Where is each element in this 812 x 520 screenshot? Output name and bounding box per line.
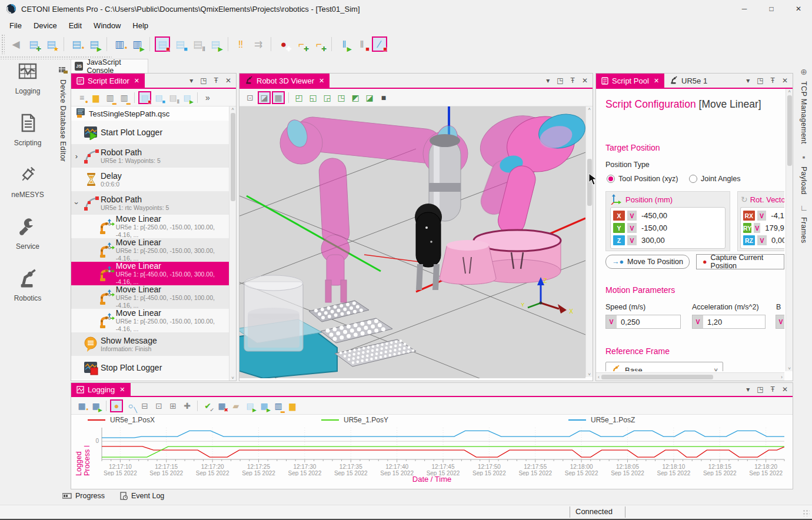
- tab-logging[interactable]: Logging✕: [71, 383, 131, 396]
- chevron-icon[interactable]: ›: [72, 198, 81, 208]
- variable-button[interactable]: V: [627, 235, 637, 245]
- viewer3d-scrollbar[interactable]: ˄˅: [585, 106, 593, 377]
- panel-menu-icon[interactable]: ▾: [746, 385, 750, 394]
- axis-row-y[interactable]: YV-150,00: [613, 222, 723, 234]
- disconnect-icon[interactable]: ◀: [8, 36, 24, 52]
- menu-item-help[interactable]: Help: [127, 19, 154, 32]
- radio-joint-angles[interactable]: Joint Angles: [689, 175, 740, 183]
- pause-script-icon[interactable]: ▤‖: [190, 36, 205, 52]
- blend-field[interactable]: V: [776, 315, 784, 329]
- view-left-icon[interactable]: ◲: [321, 91, 334, 104]
- stop-icon[interactable]: ▤■: [138, 91, 151, 104]
- variable-button[interactable]: V: [627, 211, 637, 221]
- view-back-icon[interactable]: ◱: [307, 91, 320, 104]
- zoom-icon[interactable]: ○╲: [124, 399, 137, 412]
- panel-menu-icon[interactable]: ▾: [546, 76, 550, 85]
- menu-item-device[interactable]: Device: [28, 19, 63, 32]
- export-icon[interactable]: ▤▶: [244, 399, 257, 412]
- pin-icon[interactable]: Ŧ: [771, 385, 775, 394]
- log-chart[interactable]: 012:17:10Sep 15 202212:17:15Sep 15 20221…: [89, 425, 789, 476]
- close-icon[interactable]: ✕: [782, 76, 788, 85]
- sidebar-item-nemesys[interactable]: neMESYS: [0, 165, 55, 199]
- menu-item-file[interactable]: File: [4, 19, 28, 32]
- close-icon[interactable]: ✕: [782, 385, 788, 394]
- sidebar-item-scripting[interactable]: Scripting: [0, 113, 55, 147]
- tab-script-pool[interactable]: Script Pool✕: [596, 74, 664, 88]
- favorites-icon[interactable]: ▤★: [44, 36, 59, 52]
- run-icon[interactable]: ▤▶: [181, 91, 194, 104]
- side-tab-tcp-management[interactable]: ⊕TCP Management: [800, 59, 808, 144]
- float-icon[interactable]: ◳: [757, 76, 763, 85]
- save-log-icon[interactable]: ▥▂: [272, 399, 285, 412]
- script-step-stop-plot-logger[interactable]: Stop Plot Logger: [71, 356, 229, 379]
- pin-icon[interactable]: Ŧ: [214, 76, 218, 85]
- close-icon[interactable]: ✕: [654, 77, 659, 85]
- new-script-icon[interactable]: ≡●: [75, 91, 88, 104]
- view-front-icon[interactable]: ◰: [292, 91, 305, 104]
- script-step-show-message[interactable]: Show MessageInformation: Finish: [71, 332, 229, 356]
- start-devices-icon[interactable]: ▥▶: [129, 36, 145, 52]
- logger-start-icon[interactable]: ▦▶: [89, 399, 102, 412]
- eraser-icon[interactable]: ▰: [229, 399, 242, 412]
- zoom-x-icon[interactable]: ⊟: [138, 399, 151, 412]
- sidebar-item-logging[interactable]: Logging: [0, 61, 55, 95]
- axis-row-rx[interactable]: RXV-4,16: [743, 209, 784, 222]
- add-robot-icon[interactable]: ⌐✚: [294, 36, 309, 52]
- variable-button[interactable]: V: [693, 315, 703, 328]
- fit-view-icon[interactable]: ⊡: [244, 91, 257, 104]
- script-step-move-linear[interactable]: Move LinearUR5e 1: p[-250.00, -150.00, 1…: [71, 309, 229, 332]
- overflow-icon[interactable]: »: [201, 91, 214, 104]
- stop-script-icon[interactable]: ▤■: [155, 36, 170, 52]
- script-tree-scrollbar[interactable]: ˄˅: [229, 106, 236, 381]
- interrupt-icon[interactable]: ▤■: [152, 91, 165, 104]
- close-icon[interactable]: ✕: [319, 77, 324, 85]
- save-script-icon[interactable]: ▥▂: [104, 91, 117, 104]
- side-tab-frames[interactable]: ∟Frames: [800, 195, 808, 244]
- axis-row-ry[interactable]: RYV179,95: [743, 222, 784, 234]
- script-step-move-linear[interactable]: Move LinearUR5e 1: p[-250.00, -150.00, 3…: [71, 238, 229, 262]
- view-top-icon[interactable]: ◩: [349, 91, 362, 104]
- minimize-button[interactable]: ─: [731, 0, 758, 18]
- panel-menu-icon[interactable]: ▾: [746, 76, 750, 85]
- script-step-robot-path[interactable]: ›Robot PathUR5e 1: rtc Waypoints: 5: [71, 191, 229, 215]
- interrupt-script-icon[interactable]: ▤■: [172, 36, 188, 52]
- start-dosing-icon[interactable]: ǁ▶: [337, 36, 352, 52]
- pointer-icon[interactable]: ●: [110, 399, 123, 412]
- stop-all-dosing-icon[interactable]: ∕■: [372, 36, 387, 52]
- script-step-move-linear[interactable]: Move LinearUR5e 1: p[-450.00, -150.00, 1…: [71, 285, 229, 309]
- menu-item-edit[interactable]: Edit: [63, 19, 88, 32]
- close-icon[interactable]: ✕: [134, 77, 139, 85]
- variable-button[interactable]: V: [757, 235, 767, 245]
- axis-row-z[interactable]: ZV300,00: [613, 234, 723, 246]
- axis-row-rz[interactable]: RZV0,00: [743, 234, 784, 246]
- tab-javascript-console[interactable]: JS JavaScript Console: [71, 59, 148, 73]
- script-step-move-linear[interactable]: Move LinearUR5e 1: p[-450.00, -150.00, 3…: [71, 262, 229, 285]
- emergency-stop-icon[interactable]: ●✚: [276, 36, 291, 52]
- floor-grid-icon[interactable]: ▦: [272, 91, 285, 104]
- tab-script-editor[interactable]: Script Editor✕: [71, 74, 145, 88]
- clip-plane-icon[interactable]: ◪: [258, 91, 271, 104]
- configure-devices-icon[interactable]: ▥*: [112, 36, 127, 52]
- variable-button[interactable]: V: [757, 211, 767, 221]
- open-script-icon[interactable]: ▆: [89, 91, 102, 104]
- legend-ur5e_1.posz[interactable]: UR5e_1.PosZ: [568, 416, 635, 424]
- tab-event-log[interactable]: Event Log: [120, 492, 164, 500]
- view-bottom-icon[interactable]: ◪: [363, 91, 376, 104]
- clear-chart-icon[interactable]: ▦✖: [215, 399, 228, 412]
- open-log-icon[interactable]: ▆: [286, 399, 299, 412]
- sidebar-item-service[interactable]: Service: [0, 216, 55, 251]
- legend-ur5e_1.posy[interactable]: UR5e_1.PosY: [321, 416, 388, 424]
- tab-robot-3d-viewer[interactable]: Robot 3D Viewer✕: [239, 74, 330, 88]
- logger-settings-icon[interactable]: ▦*: [75, 399, 88, 412]
- stop-dosing-icon[interactable]: ǁ■: [354, 36, 370, 52]
- variable-button[interactable]: V: [776, 315, 784, 328]
- add-robot-axis-icon[interactable]: ⌐✚: [311, 36, 327, 52]
- export-table-icon[interactable]: ▦▶: [258, 399, 271, 412]
- axis-row-x[interactable]: XV-450,00: [613, 209, 723, 222]
- apply-icon[interactable]: ✔✔: [201, 399, 214, 412]
- script-pool-vscrollbar[interactable]: ˄˅: [786, 89, 793, 371]
- float-icon[interactable]: ◳: [557, 76, 563, 85]
- script-step-move-linear[interactable]: Move LinearUR5e 1: p[-250.00, -150.00, 1…: [71, 215, 229, 238]
- run-script-icon[interactable]: ▤▶: [208, 36, 223, 52]
- script-pool-hscrollbar[interactable]: ‹›: [596, 372, 784, 381]
